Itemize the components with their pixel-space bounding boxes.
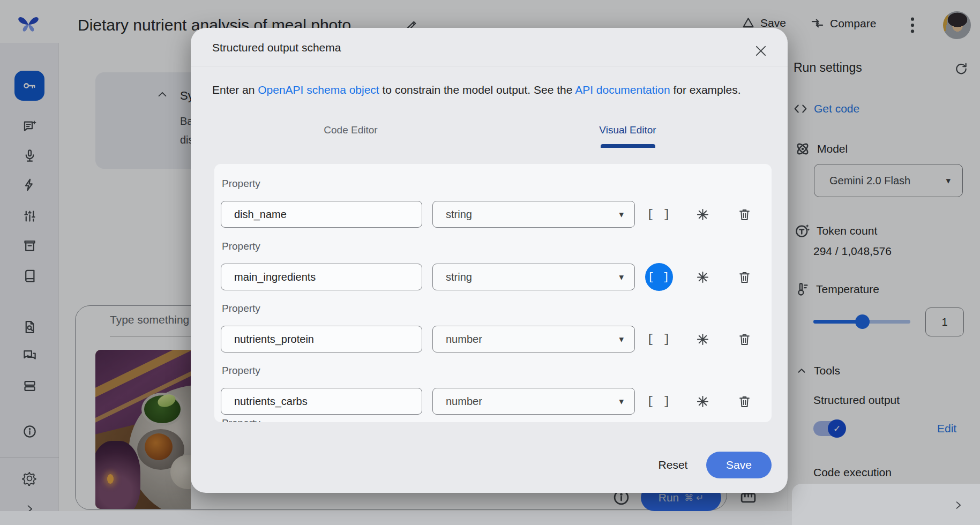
description-text-3: for examples. (670, 84, 741, 96)
type-caret-icon: ▾ (619, 209, 624, 220)
app-window: Dietary nutrient analysis of meal photo … (0, 0, 980, 525)
dialog-description: Enter an OpenAPI schema object to constr… (212, 84, 769, 96)
property-label-clipped: Property (222, 417, 260, 422)
dialog-close-icon[interactable] (750, 40, 772, 62)
delete-property-trash-icon[interactable] (737, 332, 752, 347)
property-type-select[interactable]: string ▾ (432, 264, 635, 290)
openapi-schema-link[interactable]: OpenAPI schema object (258, 84, 379, 96)
type-caret-icon: ▾ (619, 334, 624, 345)
array-toggle-button[interactable]: [ ] (642, 393, 676, 409)
description-text-2: to constrain the model output. See the (379, 84, 575, 96)
property-type-select[interactable]: number ▾ (432, 388, 635, 415)
structured-output-schema-dialog: Structured output schema Enter an OpenAP… (191, 28, 788, 493)
property-name-value: nutrients_protein (234, 333, 314, 346)
property-name-input[interactable]: main_ingredients (221, 264, 422, 290)
array-brackets-icon: [ ] (642, 393, 676, 409)
description-text-1: Enter an (212, 84, 258, 96)
expand-panel-chevron-icon[interactable] (953, 500, 963, 511)
property-type-value: string (446, 271, 472, 283)
property-type-value: number (446, 333, 482, 346)
property-name-value: main_ingredients (234, 271, 316, 283)
property-label: Property (222, 241, 260, 252)
required-asterisk-button[interactable] (695, 207, 710, 222)
delete-property-trash-icon[interactable] (737, 207, 752, 222)
property-name-value: nutrients_carbs (234, 395, 308, 408)
property-label: Property (222, 303, 260, 314)
tab-visual-editor[interactable]: Visual Editor (489, 116, 766, 148)
property-name-input[interactable]: dish_name (221, 201, 422, 228)
tab-visual-editor-label: Visual Editor (599, 124, 656, 136)
dialog-header-divider (191, 66, 788, 66)
schema-save-button[interactable]: Save (706, 452, 772, 478)
property-type-select[interactable]: number ▾ (432, 326, 635, 352)
array-toggle-button-active[interactable]: [ ] (645, 263, 673, 291)
tab-code-editor[interactable]: Code Editor (212, 116, 489, 148)
required-asterisk-button[interactable] (695, 332, 710, 347)
array-toggle-button[interactable]: [ ] (642, 206, 676, 222)
required-asterisk-button[interactable] (695, 270, 710, 284)
property-type-select[interactable]: string ▾ (432, 201, 635, 228)
array-brackets-icon: [ ] (642, 331, 676, 347)
page-footer-strip (0, 511, 792, 525)
property-name-input[interactable]: nutrients_protein (221, 326, 422, 352)
property-type-value: number (446, 395, 482, 408)
property-type-value: string (446, 208, 472, 221)
schema-properties-panel: Property dish_name string ▾ [ ] Property… (214, 164, 772, 422)
array-toggle-button[interactable]: [ ] (642, 331, 676, 347)
active-tab-underline (601, 144, 655, 148)
bottom-right-collapsed-panel (792, 484, 980, 525)
property-label: Property (222, 178, 260, 190)
property-label: Property (222, 365, 260, 377)
api-documentation-link[interactable]: API documentation (575, 84, 670, 96)
array-brackets-icon: [ ] (645, 263, 673, 291)
array-brackets-icon: [ ] (642, 206, 676, 222)
delete-property-trash-icon[interactable] (737, 270, 752, 284)
schema-reset-button[interactable]: Reset (652, 452, 694, 478)
type-caret-icon: ▾ (619, 396, 624, 407)
dialog-title: Structured output schema (212, 41, 341, 54)
editor-tabs: Code Editor Visual Editor (212, 116, 766, 148)
property-name-input[interactable]: nutrients_carbs (221, 388, 422, 415)
type-caret-icon: ▾ (619, 272, 624, 283)
delete-property-trash-icon[interactable] (737, 394, 752, 409)
required-asterisk-button[interactable] (695, 394, 710, 409)
property-name-value: dish_name (234, 208, 287, 221)
